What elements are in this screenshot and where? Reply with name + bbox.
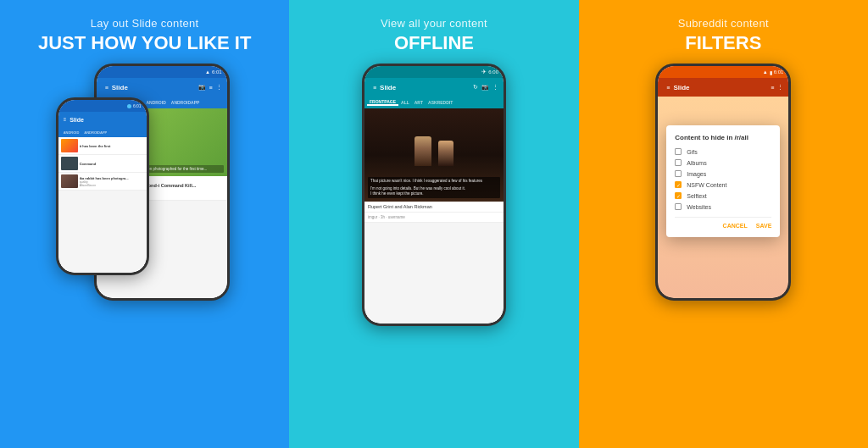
panel1-toolbar: ≡ Slide 📷 ≡ ⋮ [97,78,227,97]
menu-icon: ≡ [105,85,108,91]
panel-2: View all your content OFFLINE ✈ 6:00 ≡ S… [289,0,578,448]
panel1-front-content: it has been the first Command ika rabbit… [58,137,147,273]
p3-menu-icon: ≡ [666,85,670,91]
panel2-phone-main: ✈ 6:00 ≡ Slide ↻ 📷 ⋮ FRONTPAGE ALL ART A… [362,64,506,326]
more-icon: ⋮ [216,84,222,91]
small-item-3: ika rabbit has been photogra... quality … [58,173,147,191]
panel2-app-title: Slide [380,84,470,91]
selftext-checkbox[interactable]: ✓ [675,192,682,199]
tab-androidapp[interactable]: ANDROIDAPP [169,100,203,105]
hp-figures [415,136,453,174]
content-filter-dialog: Content to hide in /r/all Gifs Albums Im… [666,125,780,237]
tab-android[interactable]: ANDROID [143,100,168,105]
status-time: 6:01 [212,69,222,75]
film-line-1: That picture wasn't nice. I think I exag… [370,179,498,184]
p2-menu-icon: ≡ [373,85,376,91]
panel3-app-title: Slide [673,84,767,91]
p2-tab-art[interactable]: ART [412,100,426,105]
selftext-label: Selftext [687,193,706,199]
panel3-tagline: Subreddit content [678,17,769,30]
nsfw-checkbox[interactable]: ✓ [675,181,682,188]
gifs-checkbox[interactable] [675,148,682,155]
small-title-1: it has been the first [80,144,111,148]
small-sub3b: AlisonBacon [80,184,129,187]
gifs-label: Gifs [687,149,697,155]
albums-checkbox[interactable] [675,159,682,166]
panel3-toolbar: ≡ Slide ≡ ⋮ [658,78,788,97]
panel2-phone-container: ✈ 6:00 ≡ Slide ↻ 📷 ⋮ FRONTPAGE ALL ART A… [298,64,570,440]
panel2-tagline: View all your content [381,17,487,30]
panel2-status-bar: ✈ 6:00 [364,66,504,78]
panel2-content: imgur · 3h · username [364,213,504,324]
dialog-item-selftext: ✓ Selftext [675,192,771,199]
small-text-3: ika rabbit has been photogra... quality … [80,176,129,187]
panel2-hero-image: That picture wasn't nice. I think I exag… [364,108,504,202]
panel3-phone-container: ▲ ▮ 6:01 ≡ Slide ≡ ⋮ Content to hide in … [587,64,860,440]
front-app-title: Slide [70,117,141,123]
albums-label: Albums [687,160,706,166]
images-checkbox[interactable] [675,170,682,177]
small-thumb-3 [61,174,78,188]
p2-tab-frontpage[interactable]: FRONTPAGE [367,99,398,106]
front-menu-icon: ≡ [64,117,67,122]
camera-icon: 📷 [198,84,206,91]
front-tab-androidapp[interactable]: ANDROIDAPP [81,130,109,135]
small-thumb-1 [61,139,78,152]
circle-icon [127,104,131,108]
websites-checkbox[interactable] [675,203,682,210]
panel1-title: JUST HOW YOU LIKE IT [38,33,251,53]
panel1-phone-container: ▲ 6:01 ≡ Slide 📷 ≡ ⋮ FRONTPAGE ALL ANDRO… [8,64,281,440]
panel1-status-bar: ▲ 6:01 [97,66,227,78]
dialog-item-albums: Albums [675,159,771,166]
p3-status-time: 6:01 [774,69,784,75]
panel2-caption-bar: Rupert Grint and Alan Rickman [364,202,504,213]
cancel-button[interactable]: CANCEL [723,223,748,229]
hp-figure-2 [438,141,453,166]
panel1-tagline: Lay out Slide content [91,17,199,30]
front-status-time: 6:01 [133,103,142,108]
save-button[interactable]: SAVE [756,223,772,229]
panel3-title: FILTERS [685,33,761,53]
p2-refresh-icon: ↻ [473,84,478,91]
images-label: Images [687,171,706,177]
panel2-screen: ✈ 6:00 ≡ Slide ↻ 📷 ⋮ FRONTPAGE ALL ART A… [364,66,504,324]
panel1-phone-front: 6:01 ≡ Slide ANDROID ANDROIDAPP it has b… [56,97,149,275]
front-tab-android[interactable]: ANDROID [61,130,82,135]
small-item-1: it has been the first [58,137,147,155]
panel-1: Lay out Slide content JUST HOW YOU LIKE … [0,0,289,448]
p2-tab-all[interactable]: ALL [398,100,412,105]
panel1-front-screen: 6:01 ≡ Slide ANDROID ANDROIDAPP it has b… [58,100,147,273]
nsfw-label: NSFW Content [687,182,726,188]
small-text-2: Command [80,162,97,166]
p3-more-icon: ⋮ [777,84,783,91]
panel2-title: OFFLINE [394,33,474,53]
small-title-2: Command [80,162,97,166]
small-text-1: it has been the first [80,144,111,148]
small-item-2: Command [58,155,147,173]
dialog-item-gifs: Gifs [675,148,771,155]
dialog-item-websites: Websites [675,203,771,210]
dialog-item-nsfw: ✓ NSFW Content [675,181,771,188]
panel1-app-title: Slide [112,84,195,91]
websites-label: Websites [687,204,711,210]
dialog-title: Content to hide in /r/all [675,134,771,141]
p2-tab-askreddit[interactable]: ASKREDDIT [426,100,455,105]
p3-filter-icon: ≡ [771,85,774,91]
p2-meta: imgur · 3h · username [364,213,504,223]
p2-camera-icon: 📷 [481,84,489,91]
p3-battery-icon: ▮ [770,69,772,75]
film-line-3: I think he even kept the picture. [370,191,498,196]
panel3-screen: ▲ ▮ 6:01 ≡ Slide ≡ ⋮ Content to hide in … [658,66,788,298]
small-title-3: ika rabbit has been photogra... [80,176,129,180]
panel-3: Subreddit content FILTERS ▲ ▮ 6:01 ≡ Sli… [579,0,868,448]
hp-figure-1 [415,136,431,166]
p2-more-icon: ⋮ [492,84,498,91]
film-overlay: That picture wasn't nice. I think I exag… [368,177,500,198]
p2-status-time: 6:00 [488,69,498,75]
panel2-toolbar: ≡ Slide ↻ 📷 ⋮ [364,78,504,97]
dialog-actions: CANCEL SAVE [675,217,771,229]
small-thumb-2 [61,157,78,170]
panel1-front-status: 6:01 [58,100,147,112]
p2-airplane-icon: ✈ [481,69,487,75]
panel3-status-bar: ▲ ▮ 6:01 [658,66,788,78]
